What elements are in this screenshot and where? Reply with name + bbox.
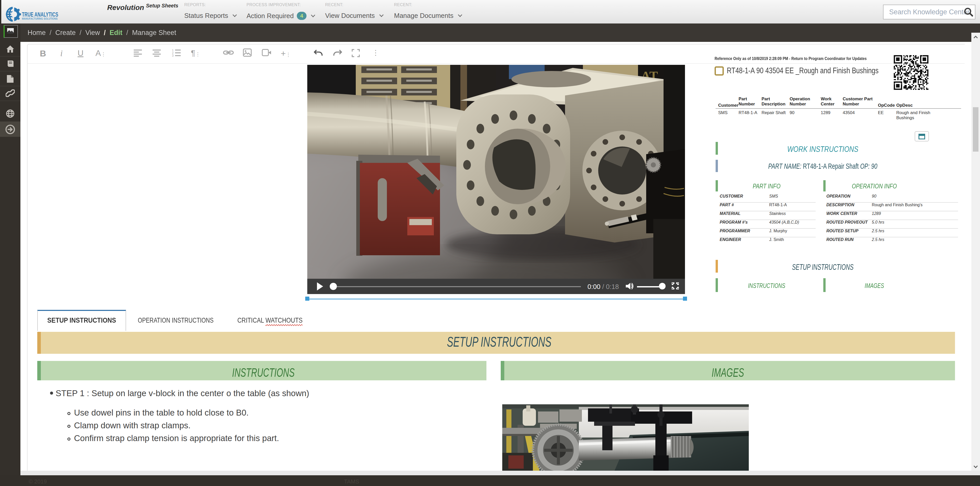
svg-text:3: 3 [172,54,173,57]
